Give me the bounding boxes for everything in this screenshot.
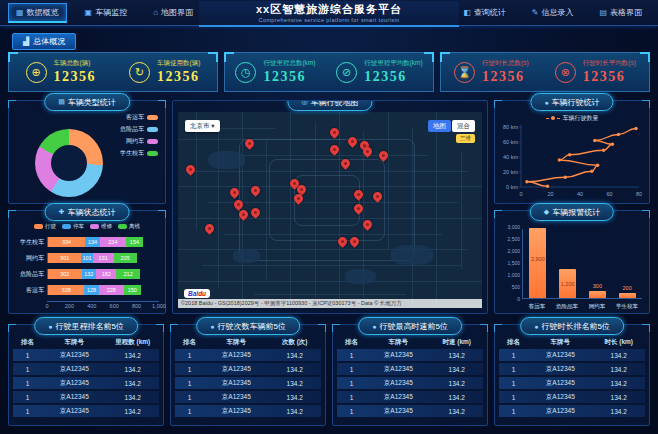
table-cell: 1 (13, 408, 42, 415)
tab-overall-overview-label: 总体概况 (33, 36, 65, 47)
table-row[interactable]: 1京A12345134.2 (337, 405, 483, 417)
steering-wheel-icon: ◎ (301, 100, 307, 106)
table-cell: 134.2 (268, 408, 321, 415)
table-row[interactable]: 1京A12345134.2 (175, 377, 321, 389)
table-row[interactable]: 1京A12345134.2 (337, 391, 483, 403)
table-cell: 1 (13, 352, 42, 359)
legend-item[interactable]: 停车 (62, 223, 84, 230)
table-cell: 1 (175, 352, 204, 359)
table-cell: 1 (175, 366, 204, 373)
table-cell: 1 (337, 366, 366, 373)
axis-tick: 3,000 (507, 224, 520, 230)
table-cell: 134.2 (430, 366, 483, 373)
top-header: ▦数据概览▣车辆监控⌂地图界面 xx区智慧旅游综合服务平台 Comprehens… (0, 0, 658, 26)
table-header-row: 排名车牌号里程数 (km) (13, 338, 159, 347)
legend-item[interactable]: 客运车 (120, 113, 158, 122)
map-attribution: ©2018 Baidu - GS(2018)2029号 - 甲测资字110093… (178, 299, 482, 308)
city-select[interactable]: 北京市 ▾ (185, 120, 220, 132)
table-row[interactable]: 1京A12345134.2 (337, 377, 483, 389)
table-row[interactable]: 1京A12345134.2 (175, 363, 321, 375)
line-legend-marker-icon (546, 118, 560, 119)
svg-text:80: 80 (636, 191, 642, 197)
table-row[interactable]: 1京A12345134.2 (499, 363, 645, 375)
table-row[interactable]: 1京A12345134.2 (175, 391, 321, 403)
legend-item[interactable]: 学生校车 (120, 149, 158, 158)
table-row[interactable]: 1京A12345134.2 (499, 405, 645, 417)
info-entry-icon: ✎ (532, 8, 539, 17)
table-row[interactable]: 1京A12345134.2 (13, 363, 159, 375)
table-cell: 134.2 (268, 366, 321, 373)
table-row[interactable]: 1京A12345134.2 (337, 363, 483, 375)
legend-label: 离线 (129, 223, 140, 230)
table-cell: 134.2 (430, 408, 483, 415)
driving-stats-panel: ● 车辆行驶统计 车辆行驶数量 0 km20 km40 km60 km80 km… (494, 100, 650, 204)
table-cell: 1 (337, 352, 366, 359)
legend-item[interactable]: 网约车 (120, 137, 158, 146)
table-row[interactable]: 1京A12345134.2 (13, 405, 159, 417)
column-header: 排名 (175, 338, 204, 347)
map-3d-badge[interactable]: 三维 (456, 134, 475, 143)
nav-tab-right-0[interactable]: ◧查询统计 (455, 3, 514, 22)
legend-label: 网约车 (126, 137, 144, 146)
category-label: 危险品车 (15, 270, 47, 279)
ranking-table-panel-3: ●行驶时长排名前5位排名车牌号时长 (km)1京A12345134.21京A12… (494, 324, 650, 426)
diamond-icon: ◆ (544, 208, 549, 216)
legend-item[interactable]: 离线 (118, 223, 140, 230)
stat-text: 车辆总数(辆)12356 (54, 59, 97, 85)
vehicle-map-pin[interactable] (184, 163, 197, 176)
tab-overall-overview[interactable]: ▟ 总体概况 (12, 33, 76, 50)
nav-tab-right-2[interactable]: ▤表格界面 (591, 3, 650, 22)
road-line (461, 151, 462, 269)
map-type-button[interactable]: 地图 (428, 120, 451, 132)
road-line (254, 294, 406, 295)
driving-map[interactable]: 北京市 ▾ 地图混合 三维 Baidu ©2018 Baidu - GS(201… (178, 112, 482, 308)
table-row[interactable]: 1京A12345134.2 (499, 391, 645, 403)
stat-card-1: ◷行驶里程总数(km)12356⊘行驶里程平均数(km)12356 (224, 52, 434, 92)
table-cell: 1 (13, 380, 42, 387)
table-row[interactable]: 1京A12345134.2 (13, 391, 159, 403)
table-cell: 1 (337, 408, 366, 415)
table-cell: 1 (499, 380, 528, 387)
panel-title-text: 行驶最高时速前5位 (379, 321, 447, 332)
table-row[interactable]: 1京A12345134.2 (175, 349, 321, 361)
alarm-bar: 2,900 (529, 228, 546, 298)
table-row[interactable]: 1京A12345134.2 (499, 349, 645, 361)
table-row[interactable]: 1京A12345134.2 (13, 349, 159, 361)
map-type-button[interactable]: 混合 (452, 120, 475, 132)
stacked-bar: 328128228150 (47, 285, 159, 295)
vehicle-type-donut-chart (35, 129, 103, 197)
table-cell: 1 (175, 394, 204, 401)
nav-tab-left-0[interactable]: ▦数据概览 (8, 3, 67, 23)
nav-tab-left-1[interactable]: ▣车辆监控 (77, 3, 136, 22)
table-header-row: 排名车牌号时速 (km) (337, 338, 483, 347)
nav-tab-right-1[interactable]: ✎信息录入 (524, 3, 582, 22)
table-cell: 京A12345 (366, 393, 430, 402)
legend-item[interactable]: 维修 (90, 223, 112, 230)
legend-item[interactable]: 行驶 (34, 223, 56, 230)
stat-item: ↻车辆使用数(辆)12356 (129, 59, 200, 85)
stat-value: 12356 (157, 69, 200, 85)
table-cell: 京A12345 (366, 365, 430, 374)
stat-label: 车辆总数(辆) (54, 59, 97, 68)
nav-tab-label: 查询统计 (474, 7, 506, 18)
nav-tab-left-2[interactable]: ⌂地图界面 (145, 3, 201, 22)
bar-value-label: 1,200 (559, 281, 576, 287)
page-title: xx区智慧旅游综合服务平台 (199, 2, 459, 17)
panel-title-text: 车辆类型统计 (68, 97, 116, 108)
table-row[interactable]: 1京A12345134.2 (337, 349, 483, 361)
subtab-row: ▟ 总体概况 (12, 30, 658, 48)
table-row[interactable]: 1京A12345134.2 (499, 377, 645, 389)
svg-text:0 km: 0 km (506, 184, 518, 190)
table-row[interactable]: 1京A12345134.2 (175, 405, 321, 417)
table-row[interactable]: 1京A12345134.2 (13, 377, 159, 389)
vehicle-map-pin[interactable] (203, 222, 216, 235)
bar-segment: 212 (116, 269, 140, 279)
table-cell: 1 (499, 408, 528, 415)
table-cell: 京A12345 (366, 407, 430, 416)
nav-tab-label: 车辆监控 (95, 7, 127, 18)
stat-label: 行驶时长总数(s) (482, 59, 529, 68)
ranking-table-title: ●行驶最高时速前5位 (358, 317, 462, 335)
legend-item[interactable]: 危险品车 (120, 125, 158, 134)
table-cell: 134.2 (268, 394, 321, 401)
bar-segment: 228 (99, 285, 124, 295)
